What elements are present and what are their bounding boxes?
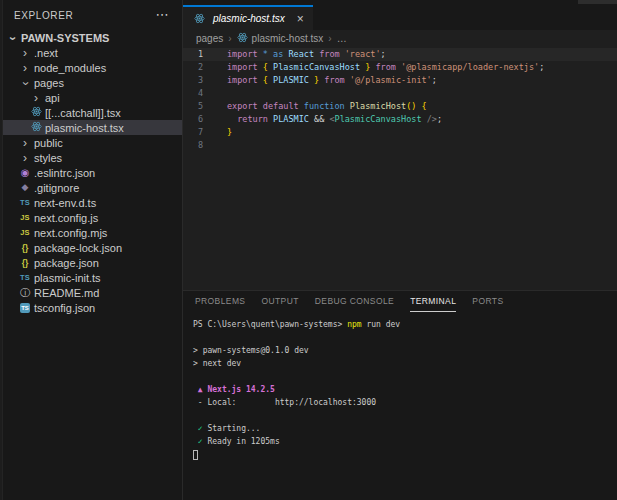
code-line-text: } bbox=[203, 126, 232, 139]
tsconfig-icon: TS bbox=[20, 303, 30, 313]
tree-item-label: plasmic-init.ts bbox=[34, 272, 101, 284]
tab-label: plasmic-host.tsx bbox=[213, 13, 285, 24]
code-line-text bbox=[203, 139, 227, 152]
tree-item-label: plasmic-host.tsx bbox=[45, 122, 124, 134]
tree-item-tsconfig-json[interactable]: TStsconfig.json bbox=[3, 300, 182, 315]
tree-item-next-config-mjs[interactable]: JSnext.config.mjs bbox=[3, 225, 182, 240]
code-line-3[interactable]: 3import { PLASMIC } from '@/plasmic-init… bbox=[183, 74, 617, 87]
tree-item-label: node_modules bbox=[34, 62, 106, 74]
tree-item-package-lock-json[interactable]: {}package-lock.json bbox=[3, 240, 182, 255]
line-number: 8 bbox=[183, 139, 203, 152]
code-line-6[interactable]: 6 return PLASMIC && <PlasmicCanvasHost /… bbox=[183, 113, 617, 126]
tree-item-gitignore[interactable]: ◆.gitignore bbox=[3, 180, 182, 195]
chevron-right-icon: › bbox=[18, 138, 32, 148]
scrollbar-remnant bbox=[578, 0, 617, 4]
tree-item-label: public bbox=[34, 137, 63, 149]
terminal-line-4: > next dev bbox=[193, 357, 617, 370]
code-line-4[interactable]: 4 bbox=[183, 87, 617, 100]
file-icon-slot: TS bbox=[18, 198, 32, 207]
tree-item-label: .eslintrc.json bbox=[34, 167, 95, 179]
line-number: 6 bbox=[183, 113, 203, 126]
code-line-7[interactable]: 7} bbox=[183, 126, 617, 139]
code-line-text: import { PLASMIC } from '@/plasmic-init'… bbox=[203, 74, 437, 87]
terminal-line-8 bbox=[193, 409, 617, 422]
tree-item-label: next.config.js bbox=[34, 212, 98, 224]
breadcrumb: pages›plasmic-host.tsx›… bbox=[183, 30, 617, 47]
tree-item-styles[interactable]: ›styles bbox=[3, 150, 182, 165]
json-icon: {} bbox=[22, 258, 29, 268]
close-icon[interactable]: × bbox=[297, 14, 304, 24]
typescript-icon: TS bbox=[20, 273, 30, 282]
file-icon-slot: {} bbox=[18, 243, 32, 253]
breadcrumb-item-plasmic-host-tsx[interactable]: plasmic-host.tsx bbox=[237, 32, 324, 45]
file-icon-slot: {} bbox=[18, 258, 32, 268]
tree-item-label: .gitignore bbox=[34, 182, 79, 194]
terminal-line-5 bbox=[193, 370, 617, 383]
terminal-line-6: ▲ Next.js 14.2.5 bbox=[193, 383, 617, 396]
panel-tab-ports[interactable]: PORTS bbox=[472, 291, 503, 312]
panel-tab-debug-console[interactable]: DEBUG CONSOLE bbox=[315, 291, 394, 312]
terminal-line-2 bbox=[193, 331, 617, 344]
tree-item-label: tsconfig.json bbox=[34, 302, 95, 314]
line-number: 1 bbox=[183, 48, 203, 61]
panel-tab-problems[interactable]: PROBLEMS bbox=[195, 291, 245, 312]
file-icon-slot: TS bbox=[18, 303, 32, 313]
tree-item-api[interactable]: ›api bbox=[3, 90, 182, 105]
tree-item-package-json[interactable]: {}package.json bbox=[3, 255, 182, 270]
code-area[interactable]: 1import * as React from 'react';2import … bbox=[183, 47, 617, 152]
file-icon-slot: ◉ bbox=[18, 168, 32, 178]
line-number: 2 bbox=[183, 61, 203, 74]
terminal-line-10: ✓ Ready in 1205ms bbox=[193, 435, 617, 448]
code-line-1[interactable]: 1import * as React from 'react'; bbox=[183, 48, 617, 61]
tree-item-label: .next bbox=[34, 47, 58, 59]
tree-item-next[interactable]: ›.next bbox=[3, 45, 182, 60]
breadcrumb-separator: › bbox=[228, 33, 231, 44]
breadcrumb-separator: › bbox=[328, 33, 331, 44]
tree-item-label: next.config.mjs bbox=[34, 227, 107, 239]
code-line-text: return PLASMIC && <PlasmicCanvasHost />; bbox=[203, 113, 442, 126]
typescript-icon: TS bbox=[20, 198, 30, 207]
breadcrumb-item-[interactable]: … bbox=[337, 33, 347, 44]
explorer-sidebar: EXPLORER ⋯ › PAWN-SYSTEMS ›.next›node_mo… bbox=[0, 0, 183, 500]
tree-item-readme-md[interactable]: ⓘREADME.md bbox=[3, 285, 182, 300]
terminal-line-3: > pawn-systems@0.1.0 dev bbox=[193, 344, 617, 357]
code-line-2[interactable]: 2import { PlasmicCanvasHost } from '@pla… bbox=[183, 61, 617, 74]
json-icon: {} bbox=[22, 243, 29, 253]
editor-region: plasmic-host.tsx × pages›plasmic-host.ts… bbox=[183, 0, 617, 500]
breadcrumb-label: plasmic-host.tsx bbox=[252, 33, 324, 44]
tree-item-eslintrc-json[interactable]: ◉.eslintrc.json bbox=[3, 165, 182, 180]
file-icon-slot: ◆ bbox=[18, 183, 32, 192]
breadcrumb-label: … bbox=[337, 33, 347, 44]
terminal[interactable]: PS C:\Users\quent\pawn-systems> npm run … bbox=[183, 312, 617, 461]
javascript-icon: JS bbox=[20, 213, 30, 222]
tree-item-plasmic-host-tsx[interactable]: plasmic-host.tsx bbox=[3, 120, 182, 135]
info-icon: ⓘ bbox=[20, 288, 30, 298]
javascript-icon: JS bbox=[20, 228, 30, 237]
breadcrumb-item-pages[interactable]: pages bbox=[196, 33, 223, 44]
terminal-line-7: - Local: http://localhost:3000 bbox=[193, 396, 617, 409]
panel-tab-output[interactable]: OUTPUT bbox=[261, 291, 298, 312]
file-icon-slot bbox=[29, 121, 43, 134]
tree-item-label: package-lock.json bbox=[34, 242, 122, 254]
code-line-8[interactable]: 8 bbox=[183, 139, 617, 152]
workspace-root[interactable]: › PAWN-SYSTEMS bbox=[3, 30, 182, 45]
tree-item-next-env-d-ts[interactable]: TSnext-env.d.ts bbox=[3, 195, 182, 210]
chevron-down-icon: › bbox=[18, 78, 32, 88]
panel-tab-terminal[interactable]: TERMINAL bbox=[410, 291, 456, 312]
git-icon: ◆ bbox=[22, 183, 29, 192]
tab-plasmic-host[interactable]: plasmic-host.tsx × bbox=[183, 5, 313, 30]
tree-item-next-config-js[interactable]: JSnext.config.js bbox=[3, 210, 182, 225]
code-line-5[interactable]: 5export default function PlasmicHost() { bbox=[183, 100, 617, 113]
explorer-pane: EXPLORER ⋯ › PAWN-SYSTEMS ›.next›node_mo… bbox=[3, 0, 182, 500]
terminal-cursor bbox=[193, 450, 198, 460]
tree-item-plasmic-init-ts[interactable]: TSplasmic-init.ts bbox=[3, 270, 182, 285]
tree-item-catchall-tsx[interactable]: [[...catchall]].tsx bbox=[3, 105, 182, 120]
workspace-root-label: PAWN-SYSTEMS bbox=[21, 32, 109, 44]
tree-item-node-modules[interactable]: ›node_modules bbox=[3, 60, 182, 75]
tree-item-public[interactable]: ›public bbox=[3, 135, 182, 150]
tree-item-pages[interactable]: ›pages bbox=[3, 75, 182, 90]
more-actions-icon[interactable]: ⋯ bbox=[155, 12, 169, 18]
tree-item-label: next-env.d.ts bbox=[34, 197, 96, 209]
vscode-window: EXPLORER ⋯ › PAWN-SYSTEMS ›.next›node_mo… bbox=[0, 0, 617, 500]
file-icon-slot: JS bbox=[18, 228, 32, 237]
